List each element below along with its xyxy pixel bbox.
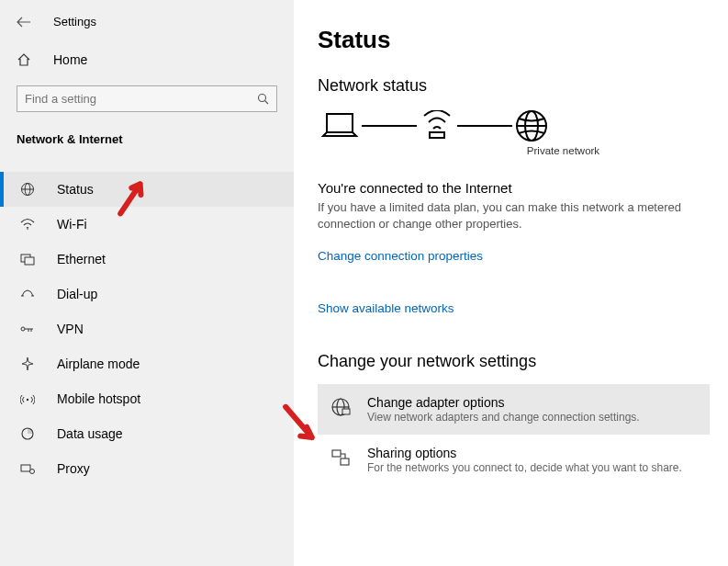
connected-heading: You're connected to the Internet <box>318 180 710 196</box>
hotspot-icon <box>20 392 37 405</box>
wifi-router-icon <box>419 110 455 142</box>
ethernet-icon <box>20 253 37 266</box>
home-icon <box>17 52 33 67</box>
adapter-icon <box>330 395 351 417</box>
setting-text: Change adapter options View network adap… <box>367 395 640 424</box>
svg-point-12 <box>27 399 28 401</box>
svg-point-5 <box>27 228 28 230</box>
svg-line-1 <box>265 101 269 105</box>
sidebar-item-vpn[interactable]: VPN <box>0 311 294 346</box>
sharing-icon <box>330 446 351 468</box>
settings-items: Change adapter options View network adap… <box>318 384 710 485</box>
back-arrow-icon[interactable] <box>17 17 31 28</box>
setting-sharing-options[interactable]: Sharing options For the networks you con… <box>318 435 710 485</box>
sidebar-item-label: Proxy <box>57 461 90 476</box>
page-title: Status <box>318 26 710 54</box>
search-icon <box>257 93 269 105</box>
datausage-icon <box>20 426 37 441</box>
connected-desc: If you have a limited data plan, you can… <box>318 199 710 232</box>
connector-line <box>457 125 512 127</box>
setting-item-title: Sharing options <box>367 446 682 460</box>
sidebar-item-status[interactable]: Status <box>0 172 294 207</box>
setting-item-title: Change adapter options <box>367 395 640 410</box>
sidebar-header: Settings <box>0 9 294 40</box>
change-settings-heading: Change your network settings <box>318 352 710 371</box>
setting-item-desc: For the networks you connect to, decide … <box>367 461 682 474</box>
sidebar-item-label: Airplane mode <box>57 357 140 371</box>
network-status-heading: Network status <box>318 76 710 96</box>
sidebar-item-label: Ethernet <box>57 252 106 266</box>
search-box[interactable] <box>17 85 277 112</box>
setting-item-desc: View network adapters and change connect… <box>367 411 640 424</box>
dialup-icon <box>20 289 37 300</box>
svg-rect-7 <box>25 257 34 265</box>
connector-line <box>362 125 417 127</box>
sidebar-item-airplane[interactable]: Airplane mode <box>0 346 294 381</box>
settings-title: Settings <box>53 15 96 28</box>
proxy-icon <box>20 462 37 475</box>
globe-large-icon <box>514 108 549 143</box>
sidebar-item-hotspot[interactable]: Mobile hotspot <box>0 381 294 416</box>
home-label: Home <box>53 52 87 67</box>
content: Status Network status Private network Yo… <box>294 0 728 566</box>
svg-point-0 <box>259 95 266 102</box>
svg-rect-25 <box>332 450 341 457</box>
sidebar-item-label: Dial-up <box>57 287 97 301</box>
sidebar-item-proxy[interactable]: Proxy <box>0 451 294 486</box>
sidebar: Settings Home Network & Internet Status … <box>0 0 294 566</box>
sidebar-item-label: Status <box>57 182 94 197</box>
sidebar-item-datausage[interactable]: Data usage <box>0 416 294 451</box>
svg-rect-17 <box>430 132 444 138</box>
search-input[interactable] <box>25 92 257 106</box>
svg-rect-16 <box>327 114 353 132</box>
setting-change-adapter-options[interactable]: Change adapter options View network adap… <box>318 384 710 435</box>
airplane-icon <box>20 357 37 371</box>
wifi-icon <box>20 218 37 231</box>
sidebar-nav: Status Wi-Fi Ethernet Dial-up VPN <box>0 172 294 486</box>
sidebar-item-label: Data usage <box>57 426 123 441</box>
network-diagram <box>319 108 710 143</box>
svg-rect-14 <box>21 465 30 471</box>
link-change-connection-properties[interactable]: Change connection properties <box>318 249 710 263</box>
category-title: Network & Internet <box>0 127 294 153</box>
diagram-caption: Private network <box>417 145 710 156</box>
globe-icon <box>20 182 37 197</box>
sidebar-item-label: Wi-Fi <box>57 217 87 232</box>
setting-text: Sharing options For the networks you con… <box>367 446 682 474</box>
sidebar-item-dialup[interactable]: Dial-up <box>0 277 294 311</box>
svg-point-8 <box>21 327 25 331</box>
svg-rect-26 <box>341 458 349 465</box>
svg-rect-24 <box>342 409 350 414</box>
svg-point-15 <box>30 470 35 474</box>
sidebar-item-label: VPN <box>57 322 84 336</box>
sidebar-item-wifi[interactable]: Wi-Fi <box>0 207 294 242</box>
sidebar-item-label: Mobile hotspot <box>57 391 140 406</box>
sidebar-home[interactable]: Home <box>0 45 294 74</box>
link-show-available-networks[interactable]: Show available networks <box>318 301 710 315</box>
laptop-icon <box>319 110 360 142</box>
vpn-icon <box>20 324 37 334</box>
sidebar-item-ethernet[interactable]: Ethernet <box>0 242 294 277</box>
